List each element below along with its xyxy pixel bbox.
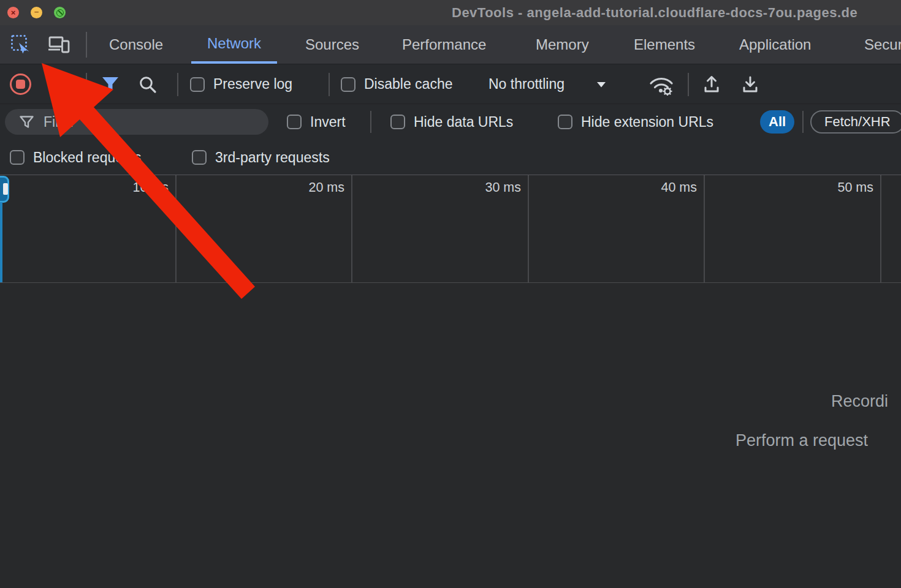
inspect-element-button[interactable] <box>10 34 32 55</box>
hide-data-urls-label[interactable]: Hide data URLs <box>414 114 513 130</box>
zoom-window-button[interactable] <box>54 7 66 18</box>
disable-cache-checkbox[interactable] <box>341 77 355 92</box>
filter-funnel-icon <box>20 116 34 129</box>
minimize-window-button[interactable]: − <box>31 7 42 18</box>
clipped-blue-edge-line <box>0 202 2 282</box>
tab-console[interactable]: Console <box>93 25 179 64</box>
invert-checkbox[interactable] <box>287 115 302 129</box>
hide-extension-urls-checkbox[interactable] <box>558 115 572 129</box>
disable-cache-control: Disable cache <box>341 64 452 104</box>
throttling-value: No throttling <box>489 76 565 92</box>
tab-elements[interactable]: Elements <box>618 25 711 64</box>
close-icon: × <box>11 9 16 17</box>
timeline-gridline <box>351 175 352 282</box>
tab-sources[interactable]: Sources <box>289 25 375 64</box>
empty-state-title: Recordi <box>831 392 888 411</box>
hide-data-urls-control: Hide data URLs <box>390 104 513 140</box>
tab-memory[interactable]: Memory <box>520 25 605 64</box>
export-har-button[interactable] <box>740 75 760 94</box>
window-title: DevTools - angela-add-tutorial.cloudflar… <box>452 5 857 21</box>
blocked-requests-checkbox[interactable] <box>10 150 25 165</box>
record-stop-icon <box>16 80 25 89</box>
wifi-gear-icon <box>647 74 675 96</box>
tab-security[interactable]: Security <box>848 25 901 64</box>
clipped-blue-element-bar <box>3 183 8 195</box>
filterbar-divider <box>370 111 371 133</box>
filter-toggle-button[interactable] <box>102 77 119 92</box>
upload-icon <box>702 75 721 94</box>
timeline-tick: 20 ms <box>289 180 344 195</box>
request-type-filter-fetch-xhr[interactable]: Fetch/XHR <box>810 110 901 134</box>
empty-state-hint: Perform a request <box>736 431 868 450</box>
timeline-tick: 40 ms <box>642 180 697 195</box>
toolbar-divider <box>86 73 87 96</box>
record-network-log-button[interactable] <box>10 74 31 95</box>
network-conditions-button[interactable] <box>647 74 675 96</box>
timeline-gridline <box>528 175 529 282</box>
device-toolbar-icon <box>48 36 70 54</box>
search-icon <box>139 75 157 94</box>
toolbar-divider <box>329 73 330 96</box>
throttling-dropdown[interactable]: No throttling <box>489 64 606 104</box>
close-window-button[interactable]: × <box>7 7 19 18</box>
traffic-lights: × − <box>7 7 66 18</box>
devtools-window: × − DevTools - angela-add-tutorial.cloud… <box>0 0 901 588</box>
preserve-log-label[interactable]: Preserve log <box>213 76 292 92</box>
titlebar: × − DevTools - angela-add-tutorial.cloud… <box>0 0 901 25</box>
timeline-gridline <box>175 175 177 282</box>
tab-application[interactable]: Application <box>723 25 827 64</box>
hide-extension-urls-label[interactable]: Hide extension URLs <box>581 114 713 130</box>
blocked-requests-control: Blocked requests <box>10 140 141 175</box>
timeline-gridline <box>880 175 881 282</box>
preserve-log-checkbox[interactable] <box>190 77 205 92</box>
filterbar-divider <box>802 111 804 133</box>
hide-data-urls-checkbox[interactable] <box>390 115 405 129</box>
third-party-requests-checkbox[interactable] <box>192 150 207 165</box>
toggle-device-toolbar-button[interactable] <box>48 34 70 55</box>
disable-cache-label[interactable]: Disable cache <box>364 76 452 92</box>
network-filter-bar-2: Blocked requests 3rd-party requests <box>0 140 901 175</box>
tab-network[interactable]: Network <box>191 25 277 64</box>
network-overview-timeline: 10 ms 20 ms 30 ms 40 ms 50 ms <box>0 175 901 283</box>
toolbar-divider <box>688 73 689 96</box>
tabbar-divider <box>86 32 87 58</box>
funnel-icon <box>102 77 119 92</box>
invert-control: Invert <box>287 104 346 140</box>
inspect-cursor-icon <box>10 34 31 55</box>
third-party-requests-control: 3rd-party requests <box>192 140 330 175</box>
clipped-blue-element <box>0 176 9 203</box>
zoom-icon <box>56 9 64 17</box>
timeline-tick: 30 ms <box>466 180 521 195</box>
download-icon <box>740 75 760 94</box>
hide-extension-urls-control: Hide extension URLs <box>558 104 713 140</box>
request-type-filter-all[interactable]: All <box>760 110 794 134</box>
network-filter-bar: Invert Hide data URLs Hide extension URL… <box>0 104 901 140</box>
preserve-log-control: Preserve log <box>190 64 292 104</box>
tab-performance[interactable]: Performance <box>386 25 502 64</box>
timeline-tick: 50 ms <box>818 180 873 195</box>
third-party-requests-label[interactable]: 3rd-party requests <box>215 149 330 166</box>
invert-label[interactable]: Invert <box>310 114 346 130</box>
minimize-icon: − <box>34 8 39 16</box>
clear-network-log-button[interactable] <box>50 76 67 92</box>
blocked-requests-label[interactable]: Blocked requests <box>33 149 141 166</box>
network-log-empty-area: Recordi Perform a request <box>0 283 901 586</box>
import-har-button[interactable] <box>702 75 721 94</box>
search-button[interactable] <box>139 75 157 94</box>
filter-input-container <box>5 109 268 135</box>
network-toolbar: Preserve log Disable cache No throttling <box>0 64 901 104</box>
toolbar-divider <box>177 73 178 96</box>
filter-input[interactable] <box>44 114 262 130</box>
devtools-tabbar: Console Network Sources Performance Memo… <box>0 25 901 64</box>
chevron-down-icon <box>596 81 606 88</box>
timeline-tick: 10 ms <box>113 180 169 195</box>
timeline-gridline <box>704 175 705 282</box>
